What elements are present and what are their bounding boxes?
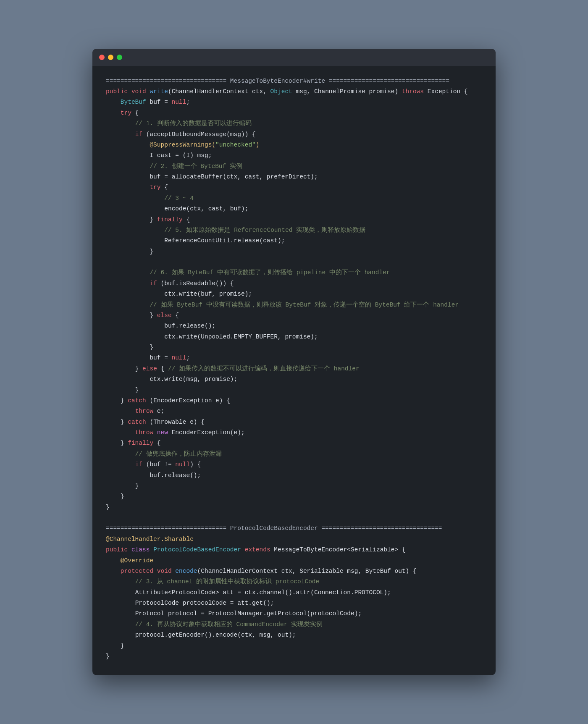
code-editor-window: ================================= Messag… [92,49,496,676]
code-content: ================================= Messag… [92,66,496,676]
maximize-button[interactable] [117,55,122,60]
titlebar [92,49,496,66]
minimize-button[interactable] [108,55,113,60]
close-button[interactable] [99,55,105,60]
